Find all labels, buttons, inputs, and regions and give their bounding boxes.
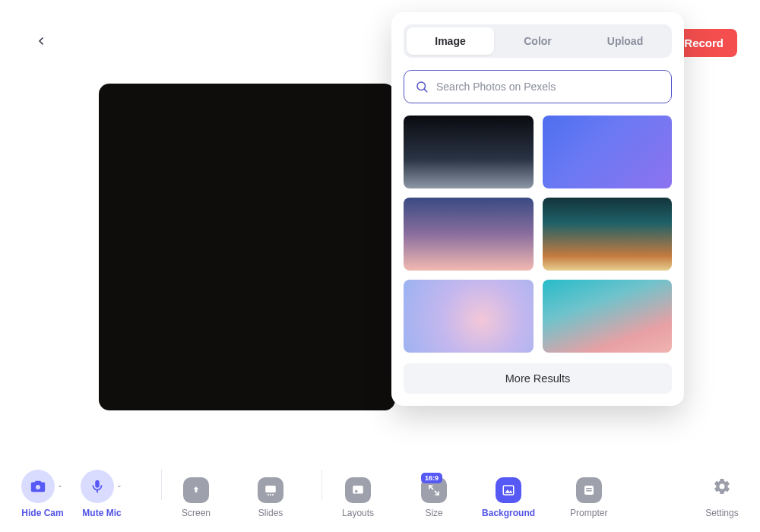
size-badge: 16:9 — [421, 473, 442, 483]
svg-marker-14 — [505, 489, 513, 493]
background-popover: Image Color Upload More Results — [391, 12, 684, 406]
background-thumb[interactable] — [404, 198, 534, 271]
mute-mic-button[interactable]: Mute Mic — [81, 470, 123, 518]
tab-color[interactable]: Color — [494, 27, 581, 55]
screen-button[interactable]: Screen — [182, 477, 211, 518]
svg-point-7 — [270, 494, 271, 496]
svg-rect-17 — [586, 490, 592, 492]
svg-rect-5 — [265, 486, 276, 492]
svg-point-2 — [36, 485, 40, 489]
svg-rect-16 — [586, 488, 592, 489]
svg-rect-13 — [503, 486, 514, 495]
slides-icon — [264, 483, 277, 497]
screen-share-icon — [190, 484, 202, 496]
background-thumb[interactable] — [404, 116, 534, 188]
svg-line-1 — [424, 89, 426, 91]
background-thumb[interactable] — [543, 280, 673, 353]
gear-icon — [713, 477, 731, 496]
tab-upload[interactable]: Upload — [581, 27, 669, 55]
toolbar-label: Prompter — [570, 508, 607, 518]
background-tabs: Image Color Upload — [404, 24, 672, 58]
toolbar: Hide Cam Mute Mic Screen Slides Layou — [0, 470, 760, 518]
prompter-icon — [582, 483, 596, 497]
toolbar-label: Mute Mic — [82, 508, 121, 518]
camera-icon — [30, 478, 46, 495]
toolbar-label: Background — [482, 508, 535, 518]
tab-image[interactable]: Image — [407, 27, 494, 55]
toolbar-label: Slides — [258, 508, 283, 518]
settings-button[interactable]: Settings — [705, 470, 739, 518]
search-input[interactable] — [436, 81, 660, 93]
svg-point-6 — [268, 494, 269, 496]
background-button[interactable]: Background — [482, 477, 535, 518]
background-thumb[interactable] — [543, 198, 673, 271]
chevron-down-icon[interactable] — [56, 480, 64, 493]
image-icon — [502, 483, 515, 497]
toolbar-label: Screen — [182, 508, 211, 518]
toolbar-label: Settings — [705, 508, 738, 518]
resize-icon — [428, 484, 440, 496]
chevron-down-icon[interactable] — [116, 480, 123, 493]
mic-icon — [89, 478, 106, 495]
toolbar-label: Hide Cam — [21, 508, 63, 518]
background-thumb[interactable] — [543, 116, 673, 188]
divider — [161, 470, 162, 500]
more-results-button[interactable]: More Results — [404, 363, 672, 394]
hide-cam-button[interactable]: Hide Cam — [21, 470, 64, 518]
layouts-icon — [351, 483, 365, 497]
svg-rect-3 — [95, 480, 100, 488]
svg-rect-9 — [353, 486, 363, 494]
layouts-button[interactable]: Layouts — [342, 477, 374, 518]
slides-button[interactable]: Slides — [258, 477, 283, 518]
background-grid — [404, 116, 672, 353]
prompter-button[interactable]: Prompter — [570, 477, 607, 518]
search-bar[interactable] — [404, 70, 672, 103]
size-button[interactable]: 16:9 Size — [421, 477, 447, 518]
divider — [321, 470, 322, 500]
toolbar-label: Size — [425, 508, 442, 518]
preview-canvas — [99, 84, 395, 410]
back-button[interactable] — [30, 30, 52, 52]
search-icon — [415, 80, 429, 93]
svg-point-10 — [355, 490, 358, 493]
background-thumb[interactable] — [404, 280, 534, 353]
svg-point-8 — [272, 494, 274, 496]
chevron-left-icon — [35, 35, 47, 47]
toolbar-label: Layouts — [342, 508, 374, 518]
